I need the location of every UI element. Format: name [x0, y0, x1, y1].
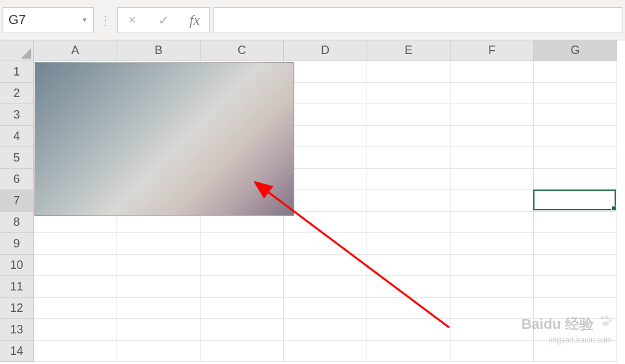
row-header-1[interactable]: 1 — [0, 61, 34, 83]
row-header-4[interactable]: 4 — [0, 126, 34, 147]
cell-A11[interactable] — [34, 276, 117, 298]
row-header-2[interactable]: 2 — [0, 83, 34, 104]
cell-D6[interactable] — [284, 169, 367, 190]
cell-G13[interactable] — [534, 319, 617, 341]
cell-F9[interactable] — [451, 233, 534, 255]
cell-G4[interactable] — [534, 126, 617, 147]
formula-input[interactable] — [214, 7, 622, 33]
cell-G5[interactable] — [534, 147, 617, 169]
cell-G2[interactable] — [534, 83, 617, 104]
cell-E2[interactable] — [367, 83, 451, 104]
cell-G11[interactable] — [534, 276, 617, 298]
column-header-A[interactable]: A — [34, 40, 117, 61]
cell-F2[interactable] — [451, 83, 534, 104]
cell-C9[interactable] — [201, 233, 284, 255]
cancel-icon[interactable]: × — [124, 12, 140, 27]
cell-A9[interactable] — [34, 233, 117, 255]
embedded-picture[interactable] — [35, 62, 294, 216]
cell-E1[interactable] — [367, 61, 451, 83]
cell-A14[interactable] — [34, 341, 117, 362]
cell-D9[interactable] — [284, 233, 367, 255]
cell-C10[interactable] — [201, 255, 284, 276]
cell-G12[interactable] — [534, 298, 617, 319]
cell-D14[interactable] — [284, 341, 367, 362]
cell-E3[interactable] — [367, 104, 451, 126]
cell-F5[interactable] — [451, 147, 534, 169]
row-header-9[interactable]: 9 — [0, 233, 34, 255]
cell-B11[interactable] — [117, 276, 201, 298]
cell-C13[interactable] — [201, 319, 284, 341]
cell-C11[interactable] — [201, 276, 284, 298]
cell-F13[interactable] — [451, 319, 534, 341]
cell-D2[interactable] — [284, 83, 367, 104]
cell-A10[interactable] — [34, 255, 117, 276]
cell-F6[interactable] — [451, 169, 534, 190]
row-header-13[interactable]: 13 — [0, 319, 34, 341]
column-header-C[interactable]: C — [201, 40, 284, 61]
row-header-3[interactable]: 3 — [0, 104, 34, 126]
row-header-6[interactable]: 6 — [0, 169, 34, 190]
cell-G14[interactable] — [534, 341, 617, 362]
cell-D10[interactable] — [284, 255, 367, 276]
cell-E6[interactable] — [367, 169, 451, 190]
cell-D5[interactable] — [284, 147, 367, 169]
cell-E4[interactable] — [367, 126, 451, 147]
cell-G3[interactable] — [534, 104, 617, 126]
cell-C14[interactable] — [201, 341, 284, 362]
cell-A13[interactable] — [34, 319, 117, 341]
row-header-10[interactable]: 10 — [0, 255, 34, 276]
cell-D12[interactable] — [284, 298, 367, 319]
row-header-14[interactable]: 14 — [0, 341, 34, 362]
cell-B14[interactable] — [117, 341, 201, 362]
cell-D1[interactable] — [284, 61, 367, 83]
cell-D11[interactable] — [284, 276, 367, 298]
row-header-8[interactable]: 8 — [0, 212, 34, 233]
cell-D3[interactable] — [284, 104, 367, 126]
cell-E10[interactable] — [367, 255, 451, 276]
cell-D13[interactable] — [284, 319, 367, 341]
cell-F7[interactable] — [451, 190, 534, 212]
cell-D4[interactable] — [284, 126, 367, 147]
cell-E9[interactable] — [367, 233, 451, 255]
cell-F3[interactable] — [451, 104, 534, 126]
cell-B9[interactable] — [117, 233, 201, 255]
chevron-down-icon[interactable]: ▼ — [81, 16, 88, 23]
column-header-F[interactable]: F — [451, 40, 534, 61]
cell-F12[interactable] — [451, 298, 534, 319]
cell-B10[interactable] — [117, 255, 201, 276]
cell-G8[interactable] — [534, 212, 617, 233]
cell-F1[interactable] — [451, 61, 534, 83]
cell-C12[interactable] — [201, 298, 284, 319]
cell-F4[interactable] — [451, 126, 534, 147]
cell-D8[interactable] — [284, 212, 367, 233]
cell-G1[interactable] — [534, 61, 617, 83]
cell-E8[interactable] — [367, 212, 451, 233]
row-header-7[interactable]: 7 — [0, 190, 34, 212]
cell-B13[interactable] — [117, 319, 201, 341]
cell-F8[interactable] — [451, 212, 534, 233]
cell-G10[interactable] — [534, 255, 617, 276]
cell-E7[interactable] — [367, 190, 451, 212]
cell-G6[interactable] — [534, 169, 617, 190]
cell-E11[interactable] — [367, 276, 451, 298]
cell-D7[interactable] — [284, 190, 367, 212]
column-header-B[interactable]: B — [117, 40, 201, 61]
row-header-11[interactable]: 11 — [0, 276, 34, 298]
row-header-5[interactable]: 5 — [0, 147, 34, 169]
select-all-corner[interactable] — [0, 40, 34, 61]
cell-G9[interactable] — [534, 233, 617, 255]
cell-F11[interactable] — [451, 276, 534, 298]
column-header-G[interactable]: G — [534, 40, 617, 61]
cell-E12[interactable] — [367, 298, 451, 319]
cell-A12[interactable] — [34, 298, 117, 319]
insert-function-icon[interactable]: fx — [187, 12, 202, 29]
cell-E13[interactable] — [367, 319, 451, 341]
cell-F14[interactable] — [451, 341, 534, 362]
cell-E14[interactable] — [367, 341, 451, 362]
column-header-E[interactable]: E — [367, 40, 451, 61]
column-header-D[interactable]: D — [284, 40, 367, 61]
cell-F10[interactable] — [451, 255, 534, 276]
name-box[interactable]: G7 ▼ — [3, 7, 94, 33]
row-header-12[interactable]: 12 — [0, 298, 34, 319]
cell-B12[interactable] — [117, 298, 201, 319]
